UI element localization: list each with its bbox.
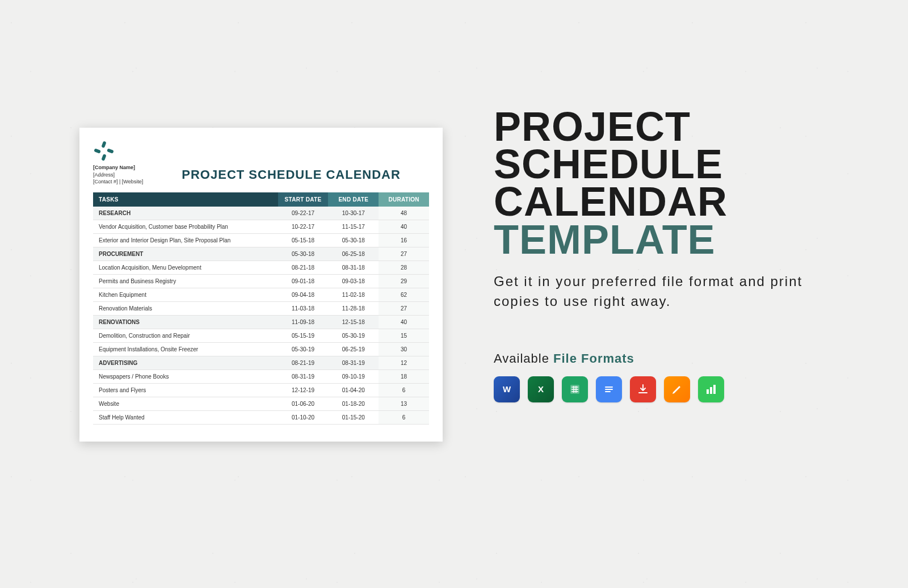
cell-end: 01-18-20 [328, 397, 379, 410]
cell-duration: 28 [379, 261, 429, 274]
word-icon[interactable]: W [494, 376, 520, 402]
cell-end: 11-02-18 [328, 288, 379, 301]
cell-task: Equipment Installations, Onsite Freezer [93, 342, 278, 356]
cell-duration: 6 [379, 410, 429, 424]
table-row: Location Acquisition, Menu Development08… [93, 261, 429, 274]
cell-start: 08-21-18 [278, 261, 329, 274]
cell-end: 08-31-18 [328, 261, 379, 274]
cell-task: Staff Help Wanted [93, 410, 278, 424]
formats-label-a: Available [494, 351, 553, 366]
title-line-1: PROJECT [494, 108, 834, 145]
cell-start: 09-04-18 [278, 288, 329, 301]
cell-start: 01-06-20 [278, 397, 329, 410]
cell-end: 11-28-18 [328, 301, 379, 315]
svg-rect-3 [107, 148, 114, 153]
product-title: PROJECT SCHEDULE CALENDAR TEMPLATE [494, 108, 834, 258]
cell-task: Website [93, 397, 278, 410]
preview-header: [Company Name] [Address] [Contact #] | [… [93, 140, 429, 186]
company-name: [Company Name] [93, 164, 143, 171]
info-panel: PROJECT SCHEDULE CALENDAR TEMPLATE Get i… [494, 108, 834, 402]
table-row: Exterior and Interior Design Plan, Site … [93, 233, 429, 247]
col-end: END DATE [328, 192, 379, 207]
page: [Company Name] [Address] [Contact #] | [… [0, 0, 908, 588]
cell-start: 05-30-18 [278, 247, 329, 261]
cell-duration: 15 [379, 329, 429, 342]
cell-start: 09-22-17 [278, 207, 329, 220]
company-contact: [Contact #] | [Website] [93, 178, 143, 186]
cell-end: 12-15-18 [328, 315, 379, 329]
cell-task: RESEARCH [93, 207, 278, 220]
cell-task: Demolition, Construction and Repair [93, 329, 278, 342]
table-row: Permits and Business Registry09-01-1809-… [93, 274, 429, 288]
svg-rect-2 [94, 148, 101, 153]
company-block: [Company Name] [Address] [Contact #] | [… [93, 140, 143, 186]
table-row: ADVERTISING08-21-1908-31-1912 [93, 356, 429, 369]
cell-task: Permits and Business Registry [93, 274, 278, 288]
numbers-icon[interactable] [698, 376, 724, 402]
docs-icon[interactable] [596, 376, 622, 402]
cell-start: 11-03-18 [278, 301, 329, 315]
formats-label: Available File Formats [494, 351, 834, 366]
table-row: Posters and Flyers12-12-1901-04-206 [93, 383, 429, 397]
cell-end: 01-04-20 [328, 383, 379, 397]
cell-task: Posters and Flyers [93, 383, 278, 397]
col-start: START DATE [278, 192, 329, 207]
svg-rect-1 [101, 154, 106, 161]
cell-duration: 27 [379, 247, 429, 261]
cell-start: 10-22-17 [278, 220, 329, 233]
formats-label-b: File Formats [553, 351, 634, 366]
table-row: Staff Help Wanted01-10-2001-15-206 [93, 410, 429, 424]
cell-duration: 30 [379, 342, 429, 356]
cell-task: PROCUREMENT [93, 247, 278, 261]
cell-duration: 40 [379, 315, 429, 329]
title-line-3: CALENDAR [494, 183, 834, 220]
excel-icon[interactable]: X [528, 376, 554, 402]
company-logo-icon [93, 140, 115, 162]
template-preview: [Company Name] [Address] [Contact #] | [… [79, 128, 443, 442]
cell-duration: 16 [379, 233, 429, 247]
product-subtitle: Get it in your preferred file format and… [494, 272, 834, 312]
cell-start: 08-21-19 [278, 356, 329, 369]
cell-start: 01-10-20 [278, 410, 329, 424]
cell-end: 06-25-18 [328, 247, 379, 261]
cell-duration: 29 [379, 274, 429, 288]
cell-task: RENOVATIONS [93, 315, 278, 329]
cell-end: 01-15-20 [328, 410, 379, 424]
cell-start: 12-12-19 [278, 383, 329, 397]
format-icons: W X [494, 376, 834, 402]
cell-task: Location Acquisition, Menu Development [93, 261, 278, 274]
cell-task: Renovation Materials [93, 301, 278, 315]
pages-icon[interactable] [664, 376, 690, 402]
cell-duration: 27 [379, 301, 429, 315]
cell-end: 11-15-17 [328, 220, 379, 233]
cell-end: 10-30-17 [328, 207, 379, 220]
cell-end: 05-30-18 [328, 233, 379, 247]
cell-task: Newspapers / Phone Books [93, 369, 278, 383]
table-row: Website01-06-2001-18-2013 [93, 397, 429, 410]
svg-rect-0 [101, 141, 106, 148]
cell-task: Kitchen Equipment [93, 288, 278, 301]
cell-end: 09-10-19 [328, 369, 379, 383]
preview-title: PROJECT SCHEDULE CALENDAR [153, 167, 429, 186]
cell-start: 05-15-18 [278, 233, 329, 247]
cell-start: 09-01-18 [278, 274, 329, 288]
cell-task: ADVERTISING [93, 356, 278, 369]
cell-end: 08-31-19 [328, 356, 379, 369]
col-duration: DURATION [379, 192, 429, 207]
cell-task: Vendor Acquisition, Customer base Probab… [93, 220, 278, 233]
table-row: RESEARCH09-22-1710-30-1748 [93, 207, 429, 220]
cell-duration: 6 [379, 383, 429, 397]
cell-duration: 48 [379, 207, 429, 220]
col-tasks: TASKS [93, 192, 278, 207]
cell-duration: 18 [379, 369, 429, 383]
cell-end: 06-25-19 [328, 342, 379, 356]
table-row: Equipment Installations, Onsite Freezer0… [93, 342, 429, 356]
pdf-icon[interactable] [630, 376, 656, 402]
table-row: Vendor Acquisition, Customer base Probab… [93, 220, 429, 233]
cell-duration: 12 [379, 356, 429, 369]
table-row: PROCUREMENT05-30-1806-25-1827 [93, 247, 429, 261]
sheets-icon[interactable] [562, 376, 588, 402]
table-row: Kitchen Equipment09-04-1811-02-1862 [93, 288, 429, 301]
cell-start: 08-31-19 [278, 369, 329, 383]
title-line-4: TEMPLATE [494, 221, 834, 258]
